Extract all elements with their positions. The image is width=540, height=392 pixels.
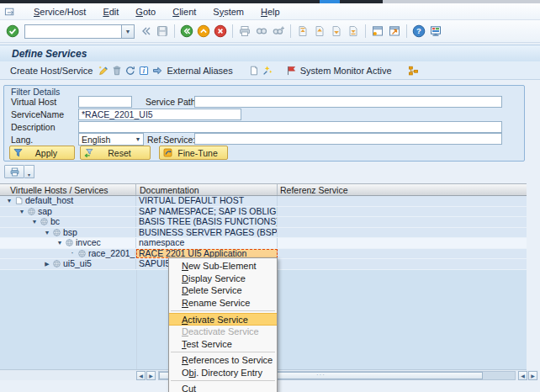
next-page-icon[interactable] bbox=[328, 24, 345, 40]
context-menu-item-new-sub-element[interactable]: New Sub-Element bbox=[169, 260, 277, 273]
delete-icon[interactable] bbox=[111, 65, 123, 77]
node-name[interactable]: bc bbox=[50, 217, 60, 227]
menu-client[interactable]: Client bbox=[164, 7, 204, 17]
table-row-bc[interactable]: ▼bcBASIS TREE (BASIS FUNCTIONS) bbox=[0, 217, 527, 228]
find-next-icon[interactable] bbox=[270, 24, 287, 40]
shortcut-icon[interactable] bbox=[386, 24, 403, 40]
menu-bar-items: Service/HostEditGotoClientSystemHelp bbox=[25, 7, 289, 17]
context-menu-item-cut[interactable]: Cut bbox=[169, 383, 277, 392]
table-row-default-host[interactable]: ▼default_hostVIRTUAL DEFAULT HOST bbox=[0, 196, 527, 207]
context-menu-item-test-service[interactable]: Test Service bbox=[169, 338, 277, 351]
referenz-service-cell[interactable] bbox=[278, 207, 527, 217]
collapse-node-icon[interactable]: ▼ bbox=[18, 207, 26, 217]
documentation-cell[interactable]: SAP NAMESPACE; SAP IS OBLIGED NOT T... bbox=[136, 207, 278, 217]
scroll-right-button[interactable]: ▶ bbox=[146, 371, 156, 380]
documentation-cell[interactable]: BASIS TREE (BASIS FUNCTIONS) bbox=[136, 217, 278, 227]
context-menu-item-rename-service[interactable]: Rename Service bbox=[169, 297, 277, 310]
previous-page-icon[interactable] bbox=[311, 24, 328, 40]
copy-icon[interactable] bbox=[248, 65, 260, 77]
toolbar-separator bbox=[174, 24, 175, 38]
refresh-icon[interactable] bbox=[124, 65, 136, 77]
column-header-documentation[interactable]: Documentation bbox=[136, 184, 278, 195]
menu-help[interactable]: Help bbox=[252, 7, 289, 17]
menu-service-host[interactable]: Service/Host bbox=[25, 7, 94, 17]
collapse-icon[interactable] bbox=[137, 24, 154, 40]
scroll-right-button-right[interactable]: ▶ bbox=[528, 371, 537, 380]
print-dropdown-button[interactable]: ▾ bbox=[24, 165, 34, 178]
documentation-cell[interactable]: VIRTUAL DEFAULT HOST bbox=[136, 196, 278, 206]
service-name-field[interactable] bbox=[78, 109, 241, 120]
back-icon[interactable] bbox=[178, 24, 195, 40]
help-icon[interactable]: ? bbox=[410, 24, 427, 40]
new-session-icon[interactable] bbox=[369, 24, 386, 40]
referenz-service-cell[interactable] bbox=[278, 228, 527, 238]
print-button[interactable] bbox=[4, 165, 24, 178]
table-row-sap[interactable]: ▼sapSAP NAMESPACE; SAP IS OBLIGED NOT T.… bbox=[0, 207, 527, 218]
referenz-service-cell[interactable] bbox=[278, 259, 527, 269]
edit-icon[interactable] bbox=[98, 65, 109, 77]
wizard-icon[interactable] bbox=[262, 65, 273, 77]
fine-tune-button[interactable]: Fine-Tune bbox=[159, 146, 228, 160]
table-row-bsp[interactable]: ▼bspBUSINESS SERVER PAGES (BSP) RUNTIME bbox=[0, 228, 527, 239]
table-row-invcec[interactable]: ▼invcecnamespace bbox=[0, 238, 527, 249]
reset-button[interactable]: Reset bbox=[80, 146, 151, 160]
referenz-service-cell[interactable] bbox=[278, 217, 527, 227]
documentation-cell[interactable]: namespace bbox=[136, 238, 278, 248]
node-name[interactable]: ui5_ui5 bbox=[63, 259, 92, 269]
virtual-host-field[interactable] bbox=[78, 96, 132, 108]
external-aliases-button[interactable]: External Aliases bbox=[151, 65, 236, 77]
filter-details-title: Filter Details bbox=[11, 87, 60, 97]
customize-icon[interactable] bbox=[427, 24, 444, 40]
collapse-node-icon[interactable]: ▼ bbox=[56, 238, 64, 248]
hierarchy-icon[interactable] bbox=[407, 65, 419, 77]
first-page-icon[interactable] bbox=[294, 24, 311, 40]
context-menu-item-activate-service[interactable]: Activate Service bbox=[169, 313, 277, 326]
node-name[interactable]: default_host bbox=[25, 196, 73, 206]
documentation-cell[interactable]: BUSINESS SERVER PAGES (BSP) RUNTIME bbox=[136, 228, 278, 238]
service-icon bbox=[65, 238, 74, 247]
collapse-node-icon[interactable]: ▼ bbox=[43, 228, 51, 238]
node-name[interactable]: race_2201_ui5 bbox=[88, 249, 136, 259]
service-path-field[interactable] bbox=[194, 96, 502, 108]
toolbar-separator bbox=[290, 24, 291, 38]
print-icon[interactable] bbox=[236, 24, 253, 40]
exit-icon[interactable] bbox=[195, 24, 212, 40]
save-icon[interactable] bbox=[154, 24, 171, 40]
info-icon[interactable]: i bbox=[138, 65, 150, 77]
column-header-referenz[interactable]: Referenz Service bbox=[278, 184, 527, 195]
referenz-service-cell[interactable] bbox=[278, 249, 527, 259]
context-menu-item-display-service[interactable]: Display Service bbox=[169, 273, 277, 285]
column-header-hosts[interactable]: Virtuelle Hosts / Services bbox=[0, 184, 136, 195]
referenz-service-cell[interactable] bbox=[278, 238, 527, 248]
cancel-icon[interactable] bbox=[212, 24, 229, 40]
menu-edit[interactable]: Edit bbox=[94, 7, 127, 17]
node-name[interactable]: sap bbox=[38, 207, 52, 217]
ref-service-field[interactable] bbox=[194, 133, 502, 145]
lang-dropdown[interactable]: English ▼ bbox=[78, 133, 144, 146]
context-menu-item-delete-service[interactable]: Delete Service bbox=[169, 284, 277, 297]
enter-icon[interactable] bbox=[4, 24, 21, 40]
context-menu-item-obj-directory-entry[interactable]: Obj. Directory Entry bbox=[169, 367, 277, 379]
scroll-left-button[interactable]: ◀ bbox=[136, 371, 146, 380]
menu-goto[interactable]: Goto bbox=[127, 7, 164, 17]
menu-system[interactable]: System bbox=[204, 7, 252, 17]
scroll-left-button-right[interactable]: ◀ bbox=[518, 371, 527, 380]
expand-node-icon[interactable]: ▶ bbox=[43, 259, 51, 269]
collapse-node-icon[interactable]: ▼ bbox=[30, 217, 39, 227]
node-name[interactable]: bsp bbox=[63, 228, 77, 238]
command-field-dropdown[interactable]: ▼ bbox=[122, 24, 135, 39]
node-name[interactable]: invcec bbox=[76, 238, 101, 248]
apply-button[interactable]: Apply bbox=[9, 146, 75, 160]
system-monitor-button[interactable]: System Monitor Active bbox=[285, 65, 395, 77]
funnel-icon bbox=[10, 147, 25, 158]
last-page-icon[interactable] bbox=[345, 24, 362, 40]
system-menu-icon[interactable] bbox=[4, 5, 19, 18]
find-icon[interactable] bbox=[253, 24, 270, 40]
referenz-service-cell[interactable] bbox=[278, 196, 527, 206]
description-field[interactable] bbox=[78, 121, 502, 133]
context-menu-item-references-to-service[interactable]: References to Service bbox=[169, 354, 277, 367]
create-host-service-button[interactable]: Create Host/Service bbox=[7, 66, 96, 76]
service-icon bbox=[52, 228, 61, 237]
collapse-node-icon[interactable]: ▼ bbox=[5, 196, 13, 206]
command-field[interactable] bbox=[24, 24, 122, 39]
